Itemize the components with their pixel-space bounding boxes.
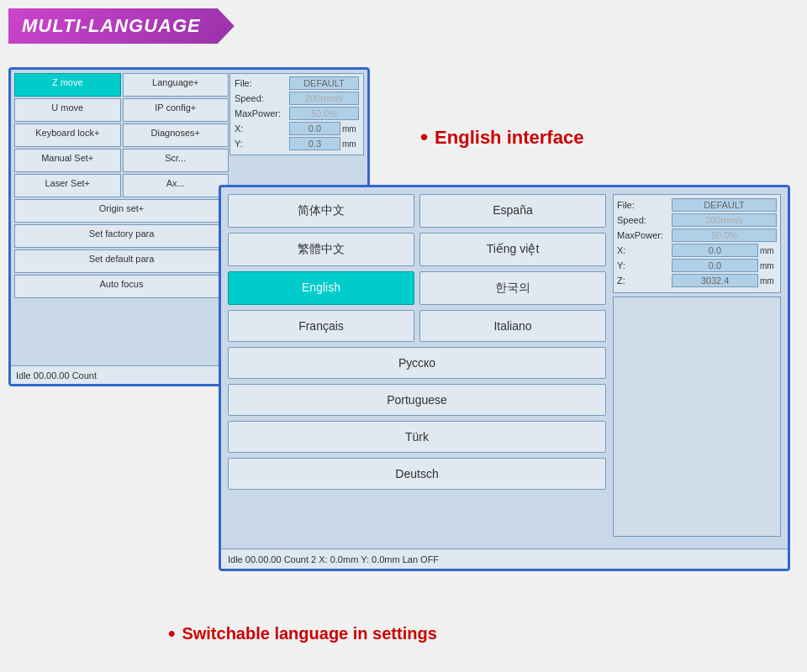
keyboard-lock-button[interactable]: Keyboard lock+ (14, 123, 121, 147)
umove-button[interactable]: U move (14, 98, 121, 122)
x-label-back: X: (235, 123, 289, 134)
front-inner: 简体中文 España 繁體中文 Tiếng việt English 한국의 … (221, 187, 788, 543)
front-y-value: 0.0 (672, 259, 758, 272)
diagnoses-button[interactable]: Diagnoses+ (123, 123, 229, 147)
back-controls-grid: Z move Language+ U move IP config+ Keybo… (14, 73, 229, 300)
language-selection-area: 简体中文 España 繁體中文 Tiếng việt English 한국의 … (228, 194, 606, 537)
lang-russian[interactable]: Русско (228, 347, 606, 379)
speed-value: 200mm/s (289, 92, 359, 105)
lang-korean[interactable]: 한국의 (419, 271, 606, 305)
y-label-back: Y: (235, 139, 289, 149)
front-info-panel: File: DEFAULT Speed: 200mm/s MaxPower: 5… (613, 194, 781, 293)
scr-button[interactable]: Scr... (123, 149, 229, 172)
y-value-back: 0.3 (289, 137, 340, 150)
lang-traditional-chinese[interactable]: 繁體中文 (228, 233, 414, 266)
front-z-unit: mm (760, 276, 777, 286)
ipconfig-button[interactable]: IP config+ (123, 98, 229, 122)
zmove-button[interactable]: Z move (14, 73, 121, 97)
front-maxpower-value: 50.0% (672, 228, 777, 242)
front-status-bar: Idle 00.00.00 Count 2 X: 0.0mm Y: 0.0mm … (221, 549, 788, 569)
maxpower-label: MaxPower: (235, 108, 289, 118)
lang-simplified-chinese[interactable]: 简体中文 (228, 194, 414, 228)
front-right-panel: File: DEFAULT Speed: 200mm/s MaxPower: 5… (613, 194, 781, 537)
bullet-switchable: Switchable language in settings (168, 622, 437, 645)
front-speed-value: 200mm/s (672, 213, 777, 227)
front-screen: 简体中文 España 繁體中文 Tiếng việt English 한국의 … (219, 185, 790, 571)
language-button[interactable]: Language+ (123, 73, 229, 97)
set-factory-para-button[interactable]: Set factory para (14, 224, 229, 248)
lang-french[interactable]: Français (228, 310, 414, 342)
front-x-label: X: (617, 245, 672, 255)
x-unit-back: mm (342, 124, 359, 134)
maxpower-value: 50.0% (289, 107, 359, 120)
front-file-label: File: (617, 200, 672, 210)
front-y-unit: mm (760, 261, 777, 270)
bullet-english-interface: English interface (420, 124, 583, 150)
lang-italian[interactable]: Italiano (419, 310, 606, 342)
lang-vietnamese[interactable]: Tiếng việt (419, 233, 606, 266)
front-y-label: Y: (617, 260, 672, 270)
auto-focus-button[interactable]: Auto focus (14, 275, 229, 298)
x-value-back: 0.0 (289, 122, 340, 135)
file-value: DEFAULT (289, 76, 359, 90)
origin-set-button[interactable]: Origin set+ (14, 199, 229, 223)
front-x-value: 0.0 (672, 244, 758, 257)
manual-set-button[interactable]: Manual Set+ (14, 149, 121, 172)
front-speed-label: Speed: (617, 215, 672, 225)
front-status-text: Idle 00.00.00 Count 2 X: 0.0mm Y: 0.0mm … (228, 554, 439, 564)
laser-set-button[interactable]: Laser Set+ (14, 174, 121, 197)
speed-label: Speed: (235, 93, 289, 103)
lang-portuguese[interactable]: Portuguese (228, 384, 606, 416)
front-z-value: 3032.4 (672, 274, 758, 287)
front-canvas-area (613, 297, 781, 537)
y-unit-back: mm (342, 139, 359, 149)
lang-turkish[interactable]: Türk (228, 421, 606, 453)
front-x-unit: mm (760, 246, 777, 255)
back-info-panel: File: DEFAULT Speed: 200mm/s MaxPower: 5… (229, 73, 364, 155)
back-status-text: Idle 00.00.00 Count (16, 370, 97, 381)
ax-button[interactable]: Ax... (123, 174, 229, 197)
front-file-value: DEFAULT (672, 198, 777, 212)
file-label: File: (235, 78, 289, 88)
set-default-para-button[interactable]: Set default para (14, 249, 229, 273)
front-z-label: Z: (617, 276, 672, 286)
front-maxpower-label: MaxPower: (617, 230, 672, 240)
lang-english[interactable]: English (228, 271, 414, 305)
header-title: MULTI-LANGUAGE (8, 8, 235, 44)
lang-espana[interactable]: España (419, 194, 606, 228)
lang-deutsch[interactable]: Deutsch (228, 458, 606, 490)
